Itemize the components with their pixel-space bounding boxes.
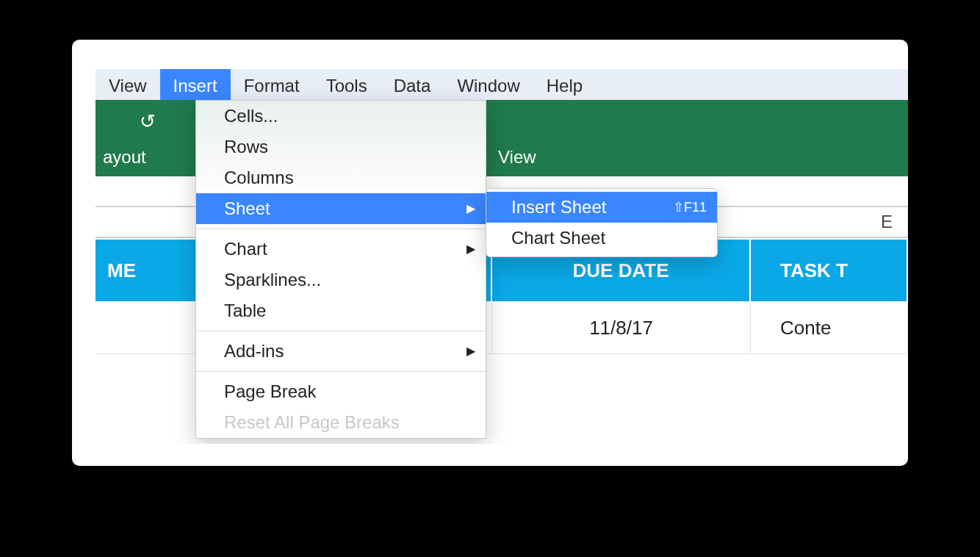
menubar: View Insert Format Tools Data Window Hel… — [96, 69, 908, 100]
menu-item-label: Sheet — [224, 198, 270, 218]
menu-item-reset-page-breaks: Reset All Page Breaks — [196, 407, 486, 438]
ribbon-tab-layout[interactable]: ayout — [103, 147, 146, 168]
menu-tools[interactable]: Tools — [313, 69, 381, 100]
submenu-arrow-icon: ▶ — [466, 340, 475, 362]
keyboard-shortcut: ⇧F11 — [673, 196, 707, 218]
menu-view[interactable]: View — [96, 69, 160, 100]
menu-item-chart[interactable]: Chart ▶ — [196, 234, 486, 265]
menu-separator — [196, 371, 486, 372]
menu-help[interactable]: Help — [533, 69, 596, 100]
excel-app-window: View Insert Format Tools Data Window Hel… — [96, 69, 908, 444]
menu-separator — [196, 331, 486, 331]
submenu-arrow-icon: ▶ — [466, 198, 475, 220]
sheet-submenu: Insert Sheet ⇧F11 Chart Sheet — [486, 188, 718, 257]
menu-item-page-break[interactable]: Page Break — [196, 376, 486, 407]
menu-window[interactable]: Window — [444, 69, 533, 100]
table-header-task[interactable]: TASK T — [751, 240, 908, 301]
submenu-item-insert-sheet[interactable]: Insert Sheet ⇧F11 — [486, 192, 717, 223]
cell-due-date[interactable]: 11/8/17 — [492, 303, 751, 353]
menu-insert[interactable]: Insert — [160, 69, 231, 100]
menu-item-sheet[interactable]: Sheet ▶ — [196, 193, 486, 224]
submenu-item-chart-sheet[interactable]: Chart Sheet — [486, 223, 717, 254]
menu-item-label: Chart — [224, 239, 267, 259]
menu-item-columns[interactable]: Columns — [196, 162, 486, 193]
menu-item-sparklines[interactable]: Sparklines... — [196, 265, 486, 295]
submenu-arrow-icon: ▶ — [466, 238, 475, 260]
menu-item-rows[interactable]: Rows — [196, 132, 486, 162]
menu-item-addins[interactable]: Add-ins ▶ — [196, 336, 486, 367]
cell-task[interactable]: Conte — [751, 303, 908, 353]
menu-item-label: Add-ins — [224, 341, 284, 361]
screenshot-card: View Insert Format Tools Data Window Hel… — [72, 40, 908, 466]
ribbon-tab-view[interactable]: View — [498, 147, 536, 168]
undo-icon[interactable]: ↺ — [140, 110, 156, 133]
menu-item-cells[interactable]: Cells... — [196, 101, 486, 132]
menu-item-table[interactable]: Table — [196, 295, 486, 326]
submenu-item-label: Insert Sheet — [511, 197, 606, 217]
insert-dropdown-menu: Cells... Rows Columns Sheet ▶ Chart ▶ Sp… — [195, 100, 486, 439]
menu-data[interactable]: Data — [381, 69, 444, 100]
menu-separator — [196, 229, 486, 229]
menu-format[interactable]: Format — [231, 69, 313, 100]
